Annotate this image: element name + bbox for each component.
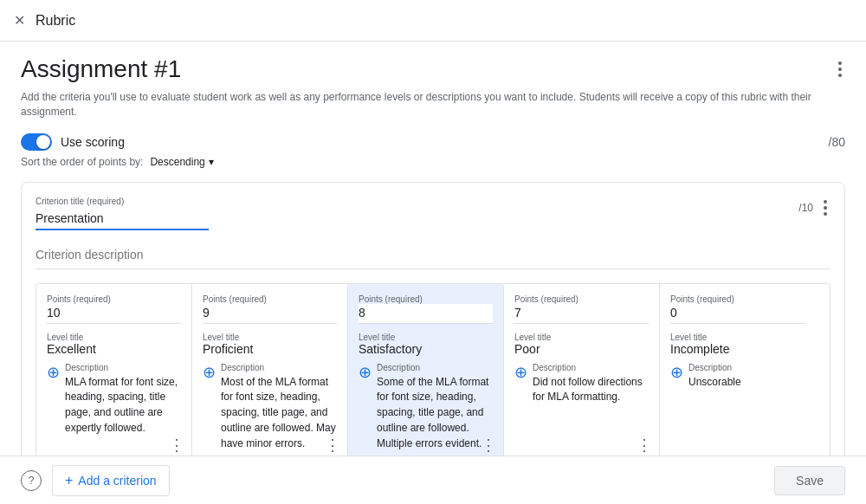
level-points-label-4: Points (required): [670, 294, 805, 304]
level-points-input-4[interactable]: [670, 304, 805, 324]
level-desc-label-3: Description: [533, 363, 649, 372]
level-points-label-0: Points (required): [47, 294, 181, 304]
level-desc-section-4: ⊕ Description Unscorable: [670, 363, 805, 390]
level-card-proficient: Points (required) Level title Proficient…: [192, 284, 348, 456]
level-menu-0[interactable]: ⋮: [169, 436, 184, 455]
level-desc-text-1: Most of the MLA format for font size, he…: [221, 376, 336, 449]
use-scoring-label: Use scoring: [61, 135, 125, 149]
level-desc-text-2: Some of the MLA format for font size, he…: [377, 376, 488, 449]
chevron-down-icon: ▾: [209, 156, 214, 168]
criterion-menu-icon[interactable]: [820, 197, 830, 219]
save-button[interactable]: Save: [774, 466, 845, 495]
sort-row: Sort the order of points by: Descending …: [21, 156, 845, 168]
level-menu-1[interactable]: ⋮: [325, 436, 340, 455]
levels-row: Points (required) Level title Excellent …: [36, 283, 830, 456]
level-points-label-2: Points (required): [359, 294, 493, 304]
level-points-label-1: Points (required): [203, 294, 337, 304]
sort-select[interactable]: Descending ▾: [150, 156, 213, 168]
level-title-label-4: Level title: [670, 333, 805, 342]
add-desc-btn-1[interactable]: ⊕: [203, 365, 216, 380]
use-scoring-toggle[interactable]: [21, 133, 52, 151]
level-desc-section-2: ⊕ Description Some of the MLA format for…: [359, 363, 493, 451]
level-title-label-3: Level title: [514, 333, 649, 342]
level-desc-label-0: Description: [65, 363, 181, 372]
level-card-excellent: Points (required) Level title Excellent …: [36, 284, 192, 456]
sort-value: Descending: [150, 156, 204, 168]
total-points: /80: [829, 135, 845, 149]
level-points-label-3: Points (required): [514, 294, 649, 304]
subtitle-text: Add the criteria you'll use to evaluate …: [21, 90, 845, 120]
add-criterion-button[interactable]: + Add a criterion: [52, 465, 170, 496]
level-title-label-2: Level title: [359, 333, 493, 342]
scoring-row: Use scoring /80: [21, 133, 845, 151]
criterion-description-input[interactable]: [36, 241, 830, 269]
close-icon[interactable]: ✕: [14, 12, 25, 29]
scoring-left: Use scoring: [21, 133, 125, 151]
criterion-header-right: /10: [798, 197, 830, 219]
level-card-poor: Points (required) Level title Poor ⊕ Des…: [504, 284, 660, 456]
level-desc-text-4: Unscorable: [688, 376, 741, 388]
add-desc-btn-4[interactable]: ⊕: [670, 365, 683, 380]
level-points-input-0[interactable]: [47, 304, 181, 324]
level-points-input-1[interactable]: [203, 304, 337, 324]
level-title-label-0: Level title: [47, 333, 181, 342]
level-title-value-2: Satisfactory: [359, 342, 493, 356]
add-criterion-label: Add a criterion: [78, 474, 156, 488]
level-desc-section-1: ⊕ Description Most of the MLA format for…: [203, 363, 337, 451]
level-menu-2[interactable]: ⋮: [481, 436, 496, 455]
sort-label: Sort the order of points by:: [21, 156, 143, 168]
level-title-value-3: Poor: [514, 342, 649, 356]
main-content: Assignment #1 Add the criteria you'll us…: [0, 42, 866, 456]
level-title-value-4: Incomplete: [670, 342, 805, 356]
bottom-bar: ? + Add a criterion Save: [0, 456, 866, 504]
criterion-title-placeholder: Criterion title (required): [36, 197, 209, 206]
level-desc-label-1: Description: [221, 363, 337, 372]
level-points-input-3[interactable]: [514, 304, 649, 324]
level-desc-text-3: Did not follow directions for MLA format…: [533, 376, 643, 404]
criterion-points-label: /10: [798, 202, 813, 214]
level-card-incomplete: Points (required) Level title Incomplete…: [660, 284, 816, 456]
level-title-value-0: Excellent: [47, 342, 181, 356]
add-desc-btn-3[interactable]: ⊕: [514, 365, 527, 380]
plus-icon: +: [65, 473, 73, 488]
add-desc-btn-0[interactable]: ⊕: [47, 365, 60, 380]
criterion-card: Criterion title (required) /10 Points (r…: [21, 182, 845, 456]
level-card-satisfactory: Points (required) Level title Satisfacto…: [348, 284, 504, 456]
assignment-menu-icon[interactable]: [835, 58, 845, 81]
add-desc-btn-2[interactable]: ⊕: [359, 365, 372, 380]
criterion-title-group: Criterion title (required): [36, 197, 209, 230]
help-button[interactable]: ?: [21, 470, 42, 491]
level-desc-section-0: ⊕ Description MLA format for font size, …: [47, 363, 181, 436]
level-title-label-1: Level title: [203, 333, 337, 342]
criterion-header: Criterion title (required) /10: [36, 197, 830, 230]
level-desc-text-0: MLA format for font size, heading, spaci…: [65, 376, 178, 434]
level-points-input-2[interactable]: [359, 304, 493, 324]
level-desc-label-4: Description: [688, 363, 741, 372]
level-title-value-1: Proficient: [203, 342, 337, 356]
level-desc-section-3: ⊕ Description Did not follow directions …: [514, 363, 649, 405]
level-menu-3[interactable]: ⋮: [637, 436, 652, 455]
level-desc-label-2: Description: [377, 363, 493, 372]
assignment-title-row: Assignment #1: [21, 55, 845, 83]
assignment-title: Assignment #1: [21, 55, 181, 83]
criterion-title-input[interactable]: [36, 208, 209, 230]
top-bar: ✕ Rubric: [0, 0, 866, 42]
top-bar-title: Rubric: [36, 13, 75, 29]
